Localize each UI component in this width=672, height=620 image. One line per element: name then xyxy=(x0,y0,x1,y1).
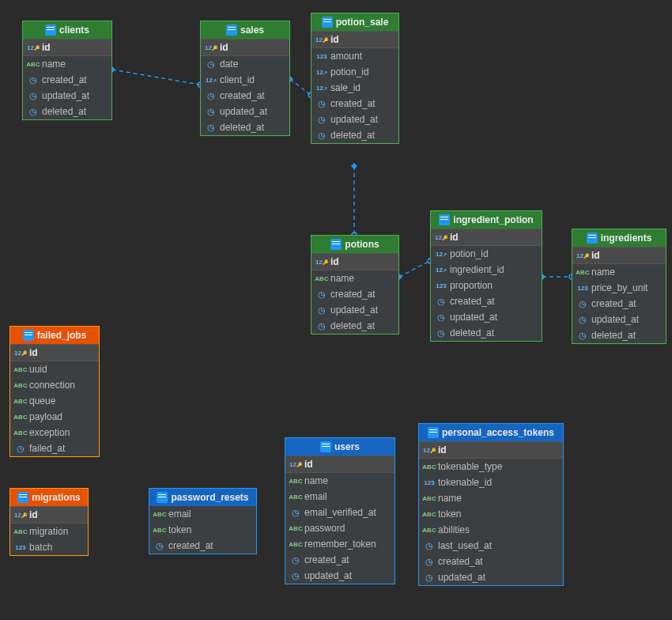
entity-header[interactable]: failed_jobs xyxy=(10,327,99,344)
number-icon: 123 xyxy=(316,51,327,62)
column[interactable]: ABCmigration xyxy=(10,524,88,539)
column[interactable]: ABCname xyxy=(23,56,111,72)
entity-migrations[interactable]: migrations12🔑idABCmigration123batch xyxy=(9,488,89,556)
pk-column[interactable]: 12🔑id xyxy=(10,344,99,361)
column[interactable]: 12↗potion_id xyxy=(311,64,398,80)
column[interactable]: ◷deleted_at xyxy=(311,318,398,334)
pk-column[interactable]: 12🔑id xyxy=(431,229,542,246)
timestamp-icon: ◷ xyxy=(28,74,39,85)
column[interactable]: 12↗potion_id xyxy=(431,246,542,262)
column[interactable]: ◷updated_at xyxy=(311,112,398,127)
column[interactable]: ◷created_at xyxy=(419,554,563,569)
column[interactable]: ◷created_at xyxy=(311,286,398,302)
column[interactable]: ◷deleted_at xyxy=(311,127,398,143)
column[interactable]: 12↗ingredient_id xyxy=(431,262,542,278)
column[interactable]: 123amount xyxy=(311,48,398,64)
column[interactable]: ABCname xyxy=(572,264,666,280)
column[interactable]: ABCabilities xyxy=(419,522,563,538)
column[interactable]: ◷created_at xyxy=(285,552,395,568)
column[interactable]: ◷deleted_at xyxy=(23,104,111,119)
column[interactable]: ABCname xyxy=(285,473,395,489)
column[interactable]: ◷created_at xyxy=(431,293,542,309)
pk-column[interactable]: 12🔑id xyxy=(285,456,395,473)
entity-password_resets[interactable]: password_resetsABCemailABCtoken◷created_… xyxy=(149,488,257,554)
column[interactable]: 123tokenable_id xyxy=(419,474,563,490)
column[interactable]: 12↗sale_id xyxy=(311,80,398,96)
table-icon xyxy=(226,25,237,36)
entity-header[interactable]: ingredient_potion xyxy=(431,211,542,229)
column[interactable]: ◷date xyxy=(201,56,289,72)
column[interactable]: 123price_by_unit xyxy=(572,280,666,296)
column[interactable]: ◷updated_at xyxy=(572,312,666,327)
column[interactable]: ABCemail xyxy=(149,506,256,522)
column[interactable]: ◷updated_at xyxy=(201,104,289,119)
text-icon: ABC xyxy=(15,427,26,438)
pk-column[interactable]: 12🔑id xyxy=(10,506,88,524)
column[interactable]: ◷created_at xyxy=(311,96,398,112)
entity-header[interactable]: migrations xyxy=(10,489,88,506)
entity-header[interactable]: sales xyxy=(201,21,289,39)
column[interactable]: ◷updated_at xyxy=(311,302,398,318)
timestamp-icon: ◷ xyxy=(28,106,39,117)
pk-column[interactable]: 12🔑id xyxy=(23,39,111,56)
pk-column[interactable]: 12🔑id xyxy=(572,247,666,264)
text-icon: ABC xyxy=(15,526,26,537)
column-name: updated_at xyxy=(450,312,497,323)
column[interactable]: 123proportion xyxy=(431,278,542,293)
er-diagram-canvas[interactable]: clients12🔑idABCname◷created_at◷updated_a… xyxy=(0,0,672,620)
column[interactable]: ◷deleted_at xyxy=(431,325,542,341)
entity-header[interactable]: personal_access_tokens xyxy=(419,424,563,441)
column[interactable]: ◷created_at xyxy=(23,72,111,88)
column-name: name xyxy=(42,59,66,70)
entity-failed_jobs[interactable]: failed_jobs12🔑idABCuuidABCconnectionABCq… xyxy=(9,326,100,457)
entity-header[interactable]: potion_sale xyxy=(311,13,398,31)
column[interactable]: ◷updated_at xyxy=(419,569,563,585)
column[interactable]: ABCconnection xyxy=(10,377,99,393)
column[interactable]: ◷deleted_at xyxy=(201,119,289,135)
column[interactable]: ◷updated_at xyxy=(23,88,111,104)
column[interactable]: 12↗client_id xyxy=(201,72,289,88)
column[interactable]: ◷updated_at xyxy=(285,568,395,584)
column[interactable]: ◷failed_at xyxy=(10,440,99,456)
pk-column[interactable]: 12🔑id xyxy=(201,39,289,56)
entity-ingredient_potion[interactable]: ingredient_potion12🔑id12↗potion_id12↗ing… xyxy=(430,210,542,342)
entity-header[interactable]: users xyxy=(285,438,395,456)
pk-column[interactable]: 12🔑id xyxy=(419,441,563,459)
entity-header[interactable]: password_resets xyxy=(149,489,256,506)
column[interactable]: ABCtoken xyxy=(419,506,563,522)
column[interactable]: ABCuuid xyxy=(10,361,99,377)
column[interactable]: ABCtokenable_type xyxy=(419,459,563,474)
column[interactable]: ◷deleted_at xyxy=(572,327,666,343)
column[interactable]: ◷last_used_at xyxy=(419,538,563,554)
pk-column[interactable]: 12🔑id xyxy=(311,253,398,270)
timestamp-icon: ◷ xyxy=(436,312,447,323)
column[interactable]: ◷created_at xyxy=(201,88,289,104)
column[interactable]: ABCtoken xyxy=(149,522,256,538)
pk-column[interactable]: 12🔑id xyxy=(311,31,398,48)
entity-sales[interactable]: sales12🔑id◷date12↗client_id◷created_at◷u… xyxy=(200,21,290,136)
column[interactable]: ABCname xyxy=(311,270,398,286)
entity-clients[interactable]: clients12🔑idABCname◷created_at◷updated_a… xyxy=(22,21,112,120)
text-icon: ABC xyxy=(154,508,165,520)
entity-potions[interactable]: potions12🔑idABCname◷created_at◷updated_a… xyxy=(311,235,399,335)
column[interactable]: ◷email_verified_at xyxy=(285,505,395,520)
entity-personal_access_tokens[interactable]: personal_access_tokens12🔑idABCtokenable_… xyxy=(418,423,564,586)
column[interactable]: ABCqueue xyxy=(10,393,99,409)
entity-users[interactable]: users12🔑idABCnameABCemail◷email_verified… xyxy=(285,437,395,584)
column[interactable]: ◷updated_at xyxy=(431,309,542,325)
entity-ingredients[interactable]: ingredients12🔑idABCname123price_by_unit◷… xyxy=(572,229,666,344)
column[interactable]: ◷created_at xyxy=(572,296,666,312)
entity-potion_sale[interactable]: potion_sale12🔑id123amount12↗potion_id12↗… xyxy=(311,13,399,144)
entity-header[interactable]: ingredients xyxy=(572,229,666,247)
column[interactable]: ABCpassword xyxy=(285,520,395,536)
column[interactable]: ◷created_at xyxy=(149,538,256,554)
table-icon xyxy=(23,330,34,341)
column[interactable]: ABCremember_token xyxy=(285,536,395,552)
entity-header[interactable]: potions xyxy=(311,236,398,253)
column[interactable]: 123batch xyxy=(10,539,88,555)
column[interactable]: ABCemail xyxy=(285,489,395,505)
column[interactable]: ABCexception xyxy=(10,425,99,440)
column[interactable]: ABCname xyxy=(419,490,563,506)
column[interactable]: ABCpayload xyxy=(10,409,99,425)
entity-header[interactable]: clients xyxy=(23,21,111,39)
